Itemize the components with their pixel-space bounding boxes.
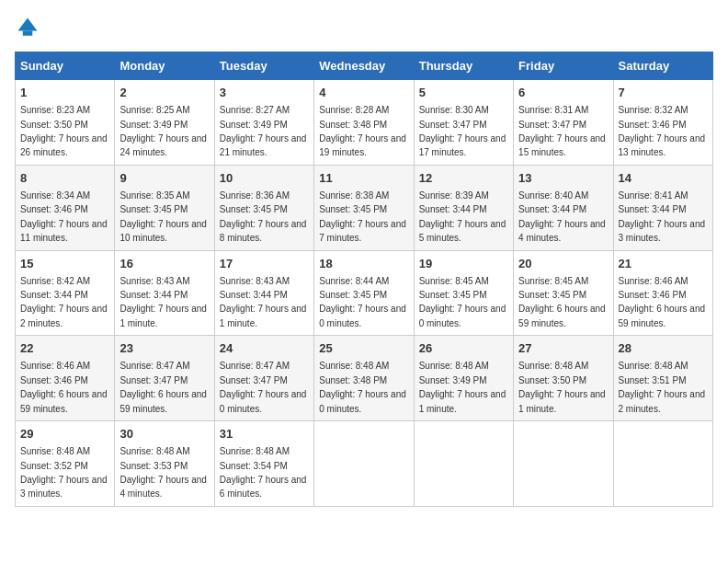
- day-sunrise: Sunrise: 8:34 AM: [20, 190, 90, 201]
- day-sunset: Sunset: 3:44 PM: [119, 290, 188, 300]
- day-sunrise: Sunrise: 8:43 AM: [220, 276, 290, 286]
- day-number: 20: [518, 256, 608, 272]
- day-sunset: Sunset: 3:46 PM: [20, 204, 88, 214]
- day-sunset: Sunset: 3:46 PM: [20, 375, 88, 385]
- calendar-cell: 11 Sunrise: 8:38 AM Sunset: 3:45 PM Dayl…: [314, 165, 414, 250]
- day-sunrise: Sunrise: 8:48 AM: [119, 446, 189, 456]
- calendar-cell: [514, 421, 613, 507]
- day-number: 30: [119, 426, 209, 442]
- day-sunrise: Sunrise: 8:48 AM: [518, 361, 588, 371]
- day-sunset: Sunset: 3:48 PM: [319, 375, 387, 385]
- calendar-cell: 1 Sunrise: 8:23 AM Sunset: 3:50 PM Dayli…: [16, 80, 115, 166]
- logo-icon: [15, 15, 40, 40]
- day-number: 16: [119, 256, 209, 272]
- calendar-cell: 25 Sunrise: 8:48 AM Sunset: 3:48 PM Dayl…: [314, 336, 414, 421]
- calendar-cell: 18 Sunrise: 8:44 AM Sunset: 3:45 PM Dayl…: [314, 250, 414, 336]
- day-daylight-label: Daylight: 7 hours and 5 minutes.: [419, 219, 506, 243]
- day-sunset: Sunset: 3:48 PM: [319, 120, 387, 130]
- day-daylight-label: Daylight: 7 hours and 21 minutes.: [220, 133, 307, 157]
- day-daylight-label: Daylight: 7 hours and 11 minutes.: [20, 219, 108, 243]
- day-number: 27: [518, 340, 608, 357]
- day-number: 17: [220, 256, 309, 272]
- calendar-cell: 21 Sunrise: 8:46 AM Sunset: 3:46 PM Dayl…: [613, 250, 712, 336]
- weekday-header-tuesday: Tuesday: [214, 52, 313, 80]
- day-sunset: Sunset: 3:54 PM: [220, 461, 288, 471]
- day-number: 28: [619, 340, 708, 357]
- day-sunrise: Sunrise: 8:44 AM: [319, 276, 389, 286]
- day-sunset: Sunset: 3:49 PM: [119, 120, 188, 130]
- day-daylight-label: Daylight: 7 hours and 7 minutes.: [319, 219, 406, 243]
- calendar-cell: 12 Sunrise: 8:39 AM Sunset: 3:44 PM Dayl…: [414, 165, 513, 250]
- day-daylight-label: Daylight: 7 hours and 4 minutes.: [119, 475, 207, 499]
- weekday-header-saturday: Saturday: [613, 52, 712, 80]
- calendar-header: SundayMondayTuesdayWednesdayThursdayFrid…: [16, 52, 713, 80]
- day-number: 12: [419, 170, 508, 187]
- day-number: 8: [20, 170, 109, 187]
- day-sunrise: Sunrise: 8:45 AM: [419, 276, 489, 286]
- day-daylight-label: Daylight: 7 hours and 24 minutes.: [119, 133, 207, 157]
- day-daylight-label: Daylight: 7 hours and 0 minutes.: [319, 389, 406, 413]
- day-number: 9: [119, 170, 209, 187]
- calendar-cell: 15 Sunrise: 8:42 AM Sunset: 3:44 PM Dayl…: [16, 250, 115, 336]
- day-daylight-label: Daylight: 7 hours and 6 minutes.: [220, 475, 307, 499]
- day-daylight-label: Daylight: 6 hours and 59 minutes.: [20, 389, 108, 413]
- day-sunrise: Sunrise: 8:46 AM: [619, 276, 688, 286]
- calendar-cell: 4 Sunrise: 8:28 AM Sunset: 3:48 PM Dayli…: [314, 80, 414, 166]
- day-sunset: Sunset: 3:45 PM: [518, 290, 586, 300]
- day-sunset: Sunset: 3:46 PM: [619, 290, 687, 300]
- day-daylight-label: Daylight: 7 hours and 2 minutes.: [20, 304, 108, 327]
- day-daylight-label: Daylight: 7 hours and 4 minutes.: [518, 219, 606, 243]
- calendar-week-5: 29 Sunrise: 8:48 AM Sunset: 3:52 PM Dayl…: [16, 421, 713, 507]
- calendar-week-1: 1 Sunrise: 8:23 AM Sunset: 3:50 PM Dayli…: [16, 80, 713, 166]
- day-sunrise: Sunrise: 8:36 AM: [220, 190, 290, 201]
- calendar-week-3: 15 Sunrise: 8:42 AM Sunset: 3:44 PM Dayl…: [16, 250, 713, 336]
- day-sunrise: Sunrise: 8:39 AM: [419, 190, 489, 201]
- day-number: 19: [419, 256, 508, 272]
- day-sunrise: Sunrise: 8:30 AM: [419, 105, 489, 115]
- day-sunrise: Sunrise: 8:35 AM: [119, 190, 189, 201]
- calendar-week-4: 22 Sunrise: 8:46 AM Sunset: 3:46 PM Dayl…: [16, 336, 713, 421]
- day-daylight-label: Daylight: 7 hours and 3 minutes.: [20, 475, 108, 499]
- calendar-cell: 30 Sunrise: 8:48 AM Sunset: 3:53 PM Dayl…: [115, 421, 214, 507]
- day-sunset: Sunset: 3:44 PM: [619, 204, 687, 214]
- day-sunset: Sunset: 3:47 PM: [518, 120, 586, 130]
- day-sunset: Sunset: 3:44 PM: [419, 204, 487, 214]
- day-sunset: Sunset: 3:46 PM: [619, 120, 687, 130]
- calendar-cell: 22 Sunrise: 8:46 AM Sunset: 3:46 PM Dayl…: [16, 336, 115, 421]
- calendar-cell: [314, 421, 414, 507]
- weekday-header-thursday: Thursday: [414, 52, 513, 80]
- day-sunrise: Sunrise: 8:42 AM: [20, 276, 90, 286]
- day-sunset: Sunset: 3:44 PM: [20, 290, 88, 300]
- day-number: 31: [220, 426, 309, 442]
- calendar-cell: 6 Sunrise: 8:31 AM Sunset: 3:47 PM Dayli…: [514, 80, 613, 166]
- day-sunset: Sunset: 3:47 PM: [119, 375, 188, 385]
- day-sunset: Sunset: 3:50 PM: [518, 375, 586, 385]
- day-daylight-label: Daylight: 6 hours and 59 minutes.: [619, 304, 706, 327]
- day-daylight-label: Daylight: 7 hours and 8 minutes.: [220, 219, 307, 243]
- calendar-cell: 19 Sunrise: 8:45 AM Sunset: 3:45 PM Dayl…: [414, 250, 513, 336]
- day-number: 25: [319, 340, 408, 357]
- day-daylight-label: Daylight: 7 hours and 1 minute.: [119, 304, 207, 327]
- svg-marker-0: [18, 18, 38, 31]
- calendar-table: SundayMondayTuesdayWednesdayThursdayFrid…: [15, 52, 713, 507]
- day-number: 10: [220, 170, 309, 187]
- calendar-cell: 26 Sunrise: 8:48 AM Sunset: 3:49 PM Dayl…: [414, 336, 513, 421]
- calendar-cell: 29 Sunrise: 8:48 AM Sunset: 3:52 PM Dayl…: [16, 421, 115, 507]
- day-sunrise: Sunrise: 8:32 AM: [619, 105, 688, 115]
- weekday-header-wednesday: Wednesday: [314, 52, 414, 80]
- day-sunset: Sunset: 3:45 PM: [119, 204, 188, 214]
- header: [15, 15, 713, 40]
- day-number: 5: [419, 85, 508, 101]
- day-number: 14: [619, 170, 708, 187]
- day-daylight-label: Daylight: 7 hours and 0 minutes.: [220, 389, 307, 413]
- calendar-cell: 14 Sunrise: 8:41 AM Sunset: 3:44 PM Dayl…: [613, 165, 712, 250]
- calendar-cell: 3 Sunrise: 8:27 AM Sunset: 3:49 PM Dayli…: [214, 80, 313, 166]
- day-number: 21: [619, 256, 708, 272]
- day-daylight-label: Daylight: 7 hours and 0 minutes.: [419, 304, 506, 327]
- calendar-cell: 2 Sunrise: 8:25 AM Sunset: 3:49 PM Dayli…: [115, 80, 214, 166]
- day-sunrise: Sunrise: 8:23 AM: [20, 105, 90, 115]
- day-sunrise: Sunrise: 8:48 AM: [619, 361, 688, 371]
- calendar-cell: 10 Sunrise: 8:36 AM Sunset: 3:45 PM Dayl…: [214, 165, 313, 250]
- day-sunrise: Sunrise: 8:27 AM: [220, 105, 290, 115]
- calendar-cell: [613, 421, 712, 507]
